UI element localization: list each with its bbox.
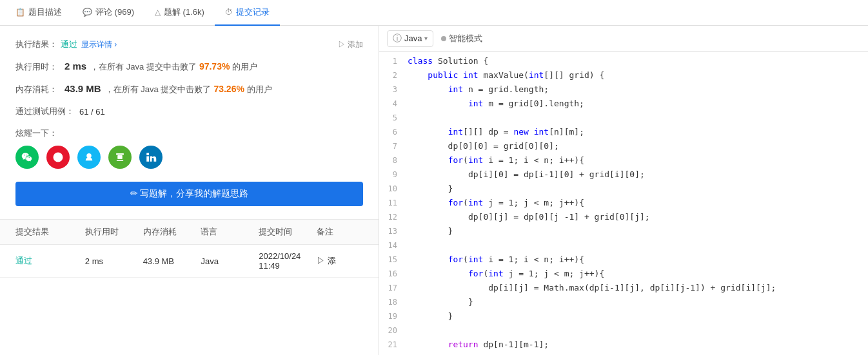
header-note: 备注: [317, 226, 363, 238]
wechat-icon[interactable]: [15, 146, 39, 169]
runtime-row: 执行用时： 2 ms ，在所有 Java 提交中击败了 97.73% 的用户: [15, 61, 363, 73]
header-runtime: 执行用时: [85, 226, 143, 238]
runtime-beat-prefix: ，在所有 Java 提交中击败了: [90, 61, 197, 73]
pass-badge: 通过: [61, 39, 77, 50]
code-line-21: 21 return dp[n-1][m-1];: [379, 338, 868, 352]
code-line-8: 8 for(int i = 1; i < n; i++){: [379, 153, 868, 168]
code-line-15: 15 for(int i = 1; i < n; i++){: [379, 253, 868, 267]
code-line-11: 11 for(int j = 1; j < m; j++){: [379, 196, 868, 210]
header-time: 提交时间: [259, 226, 317, 238]
svg-rect-5: [117, 160, 124, 162]
tab-comments-label: 评论 (969): [95, 6, 134, 18]
svg-rect-6: [146, 153, 149, 155]
svg-text:W: W: [55, 155, 61, 161]
tab-description[interactable]: 📋 题目描述: [5, 0, 72, 26]
memory-beat-suffix: 的用户: [247, 84, 272, 95]
share-label: 炫耀一下：: [15, 128, 363, 139]
runtime-label: 执行用时：: [15, 61, 61, 73]
show-detail-link[interactable]: 显示详情 ›: [81, 39, 117, 50]
table-row[interactable]: 通过 2 ms 43.9 MB Java 2022/10/24 11:49 ▷ …: [0, 245, 379, 278]
result-section: 执行结果： 通过 显示详情 › ▷ 添加 执行用时： 2 ms ，在所有 Jav…: [0, 26, 379, 219]
tab-solutions[interactable]: △ 题解 (1.6k): [144, 0, 215, 26]
submission-table-section: 提交结果 执行用时 内存消耗 语言 提交时间 备注 通过 2 ms 43.9 M…: [0, 219, 379, 278]
weibo-icon[interactable]: W: [46, 146, 70, 169]
code-line-12: 12 dp[0][j] = dp[0][j -1] + grid[0][j];: [379, 210, 868, 224]
douban-icon[interactable]: [108, 146, 132, 169]
write-solution-button[interactable]: ✏ 写题解，分享我的解题思路: [15, 182, 363, 206]
social-icons: W: [15, 146, 363, 169]
runtime-beat-suffix: 的用户: [232, 61, 257, 73]
language-label: Java: [404, 34, 422, 43]
right-panel: ⓘ Java ▾ 智能模式 1 class Solution { 2: [379, 26, 868, 355]
sub-table-header: 提交结果 执行用时 内存消耗 语言 提交时间 备注: [0, 220, 379, 245]
code-line-5: 5: [379, 111, 868, 125]
testcase-row: 通过测试用例： 61 / 61: [15, 106, 363, 117]
code-line-22: 22 }: [379, 352, 868, 355]
comments-icon: 💬: [83, 8, 92, 17]
submissions-icon: ⏱: [225, 8, 233, 17]
row-result: 通过: [15, 255, 85, 267]
code-line-3: 3 int n = grid.length;: [379, 82, 868, 97]
header-memory: 内存消耗: [143, 226, 201, 238]
header-lang: 语言: [201, 226, 259, 238]
code-line-13: 13 }: [379, 224, 868, 238]
tab-submissions[interactable]: ⏱ 提交记录: [215, 0, 280, 26]
svg-rect-3: [116, 153, 124, 155]
runtime-beat-pct: 97.73%: [199, 61, 230, 72]
code-line-18: 18 }: [379, 295, 868, 309]
svg-rect-4: [117, 155, 123, 159]
code-area[interactable]: 1 class Solution { 2 public int maxValue…: [379, 52, 868, 355]
code-toolbar: ⓘ Java ▾ 智能模式: [379, 26, 868, 52]
row-lang: Java: [201, 256, 259, 266]
runtime-value: 2 ms: [64, 61, 86, 72]
code-line-14: 14: [379, 238, 868, 253]
header-result: 提交结果: [15, 226, 85, 238]
code-line-16: 16 for(int j = 1; j < m; j++){: [379, 267, 868, 281]
smart-mode-toggle[interactable]: 智能模式: [441, 33, 482, 44]
smart-mode-label: 智能模式: [449, 33, 482, 44]
row-memory: 43.9 MB: [143, 256, 201, 266]
memory-row: 内存消耗： 43.9 MB ，在所有 Java 提交中击败了 73.26% 的用…: [15, 83, 363, 95]
exec-result-label: 执行结果：: [15, 39, 61, 50]
solutions-icon: △: [155, 8, 161, 17]
code-line-7: 7 dp[0][0] = grid[0][0];: [379, 139, 868, 153]
row-time: 2022/10/24 11:49: [259, 251, 317, 271]
code-line-19: 19 }: [379, 309, 868, 323]
row-runtime: 2 ms: [85, 256, 143, 266]
tab-submissions-label: 提交记录: [236, 6, 270, 18]
description-icon: 📋: [15, 8, 25, 17]
code-line-6: 6 int[][] dp = new int[n][m];: [379, 125, 868, 139]
left-panel: 执行结果： 通过 显示详情 › ▷ 添加 执行用时： 2 ms ，在所有 Jav…: [0, 26, 379, 355]
code-line-9: 9 dp[i][0] = dp[i-1][0] + grid[i][0];: [379, 168, 868, 182]
main-container: 📋 题目描述 💬 评论 (969) △ 题解 (1.6k) ⏱ 提交记录 执行结…: [0, 0, 868, 355]
code-line-1: 1 class Solution {: [379, 54, 868, 68]
tab-solutions-label: 题解 (1.6k): [164, 6, 204, 18]
language-selector[interactable]: ⓘ Java ▾: [387, 30, 433, 47]
code-line-4: 4 int m = grid[0].length;: [379, 97, 868, 111]
lang-dropdown-icon: ▾: [424, 35, 428, 42]
add-btn[interactable]: ▷ 添加: [338, 39, 363, 50]
tab-description-label: 题目描述: [28, 6, 62, 18]
memory-label: 内存消耗：: [15, 84, 61, 95]
qq-icon[interactable]: [77, 146, 101, 169]
code-line-10: 10 }: [379, 182, 868, 196]
code-line-2: 2 public int maxValue(int[][] grid) {: [379, 68, 868, 82]
svg-rect-7: [146, 157, 149, 162]
memory-value: 43.9 MB: [64, 83, 101, 94]
tab-comments[interactable]: 💬 评论 (969): [72, 0, 144, 26]
content-area: 执行结果： 通过 显示详情 › ▷ 添加 执行用时： 2 ms ，在所有 Jav…: [0, 26, 868, 355]
java-icon: ⓘ: [393, 33, 402, 44]
memory-beat-prefix: ，在所有 Java 提交中击败了: [105, 84, 212, 95]
row-note[interactable]: ▷ 添: [317, 255, 363, 267]
top-tabs: 📋 题目描述 💬 评论 (969) △ 题解 (1.6k) ⏱ 提交记录: [0, 0, 868, 26]
code-line-17: 17 dp[i][j] = Math.max(dp[i-1][j], dp[i]…: [379, 281, 868, 295]
memory-beat-pct: 73.26%: [213, 84, 244, 94]
linkedin-icon[interactable]: [139, 146, 163, 169]
code-line-20: 20: [379, 323, 868, 338]
testcase-value: 61 / 61: [79, 107, 105, 117]
smart-dot: [441, 36, 446, 41]
testcase-label: 通过测试用例：: [15, 106, 74, 117]
execution-result-row: 执行结果： 通过 显示详情 › ▷ 添加: [15, 39, 363, 50]
